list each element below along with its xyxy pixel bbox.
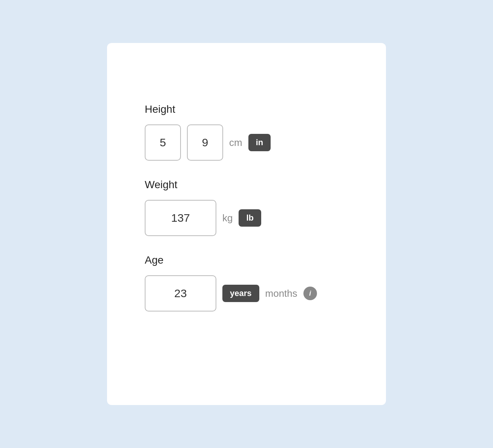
height-input-row: 5 9 cm in	[145, 124, 348, 161]
age-years-button[interactable]: years	[222, 285, 259, 302]
height-section: Height 5 9 cm in	[145, 103, 348, 161]
main-card: Height 5 9 cm in Weight 137 kg lb Age 23	[107, 43, 386, 405]
height-cm-label: cm	[229, 137, 242, 149]
weight-value-input[interactable]: 137	[145, 200, 216, 236]
age-label: Age	[145, 254, 348, 266]
age-input-row: 23 years months i	[145, 275, 348, 311]
height-in-button[interactable]: in	[248, 134, 271, 151]
weight-input-row: 137 kg lb	[145, 200, 348, 236]
age-section: Age 23 years months i	[145, 254, 348, 311]
height-feet-input[interactable]: 5	[145, 124, 181, 161]
weight-label: Weight	[145, 179, 348, 191]
height-inches-input[interactable]: 9	[187, 124, 223, 161]
age-value-input[interactable]: 23	[145, 275, 216, 311]
age-months-label: months	[265, 288, 297, 299]
height-label: Height	[145, 103, 348, 115]
weight-kg-label: kg	[222, 212, 233, 224]
age-info-icon[interactable]: i	[303, 287, 317, 300]
weight-lb-button[interactable]: lb	[239, 209, 261, 227]
weight-section: Weight 137 kg lb	[145, 179, 348, 236]
